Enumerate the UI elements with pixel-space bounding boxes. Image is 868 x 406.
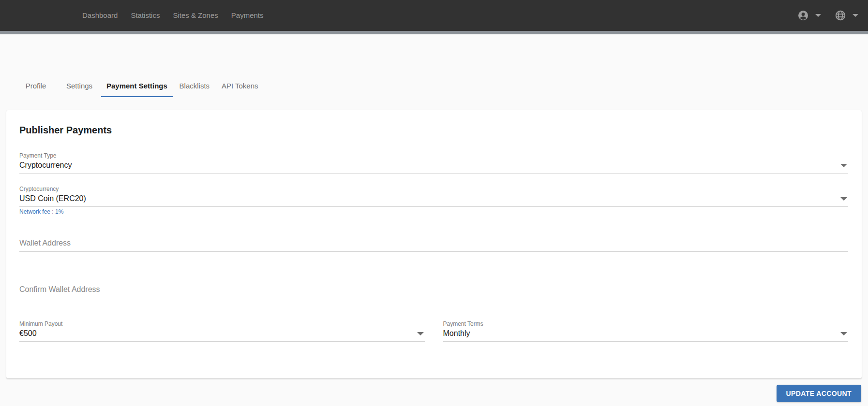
language-menu[interactable] xyxy=(835,10,858,21)
settings-tabs: Profile Settings Payment Settings Blackl… xyxy=(14,74,868,97)
chevron-down-icon[interactable] xyxy=(840,164,847,167)
update-account-button[interactable]: UPDATE ACCOUNT xyxy=(777,385,861,402)
top-nav-bar: Dashboard Statistics Sites & Zones Payme… xyxy=(0,0,868,31)
main-nav: Dashboard Statistics Sites & Zones Payme… xyxy=(82,0,264,31)
account-menu[interactable] xyxy=(797,10,821,21)
chevron-down-icon[interactable] xyxy=(840,332,847,335)
tab-settings[interactable]: Settings xyxy=(58,74,101,97)
main-content: Profile Settings Payment Settings Blackl… xyxy=(0,74,868,402)
payment-terms-select[interactable]: Monthly xyxy=(443,329,849,342)
payout-terms-row: Minimum Payout €500 Payment Terms Monthl… xyxy=(19,320,848,342)
payment-type-value: Cryptocurrency xyxy=(19,160,72,170)
payment-terms-field: Payment Terms Monthly xyxy=(443,320,849,342)
payment-type-select[interactable]: Cryptocurrency xyxy=(19,160,848,174)
tab-payment-settings[interactable]: Payment Settings xyxy=(101,74,173,97)
nav-item-statistics[interactable]: Statistics xyxy=(131,0,160,31)
confirm-wallet-address-input[interactable] xyxy=(19,285,848,298)
account-circle-icon[interactable] xyxy=(797,10,809,21)
tab-blacklists[interactable]: Blacklists xyxy=(173,74,216,97)
cryptocurrency-field: Cryptocurrency USD Coin (ERC20) Network … xyxy=(19,186,848,215)
chevron-down-icon[interactable] xyxy=(853,14,858,17)
card-actions: UPDATE ACCOUNT xyxy=(0,385,861,402)
network-fee-note: Network fee : 1% xyxy=(19,208,848,215)
publisher-payments-card: Publisher Payments Payment Type Cryptocu… xyxy=(6,110,862,378)
nav-item-payments[interactable]: Payments xyxy=(231,0,264,31)
wallet-address-input[interactable] xyxy=(19,239,848,252)
payment-terms-label: Payment Terms xyxy=(443,320,849,327)
chevron-down-icon[interactable] xyxy=(417,332,424,335)
topbar-right-controls xyxy=(797,10,858,21)
cryptocurrency-value: USD Coin (ERC20) xyxy=(19,194,86,203)
nav-item-dashboard[interactable]: Dashboard xyxy=(82,0,118,31)
tab-api-tokens[interactable]: API Tokens xyxy=(216,74,264,97)
chevron-down-icon[interactable] xyxy=(815,14,821,17)
payment-terms-value: Monthly xyxy=(443,329,470,338)
minimum-payout-field: Minimum Payout €500 xyxy=(19,320,425,342)
minimum-payout-label: Minimum Payout xyxy=(19,320,425,327)
cryptocurrency-select[interactable]: USD Coin (ERC20) xyxy=(19,194,848,207)
chevron-down-icon[interactable] xyxy=(840,197,847,201)
navbar-shadow-strip xyxy=(0,31,868,34)
globe-icon[interactable] xyxy=(835,10,846,21)
minimum-payout-select[interactable]: €500 xyxy=(19,329,425,342)
payment-type-field: Payment Type Cryptocurrency xyxy=(19,152,848,174)
nav-item-sites-zones[interactable]: Sites & Zones xyxy=(173,0,218,31)
card-title: Publisher Payments xyxy=(19,125,848,136)
minimum-payout-value: €500 xyxy=(19,329,37,338)
cryptocurrency-label: Cryptocurrency xyxy=(19,186,848,192)
payment-type-label: Payment Type xyxy=(19,152,848,159)
tab-profile[interactable]: Profile xyxy=(14,74,58,97)
